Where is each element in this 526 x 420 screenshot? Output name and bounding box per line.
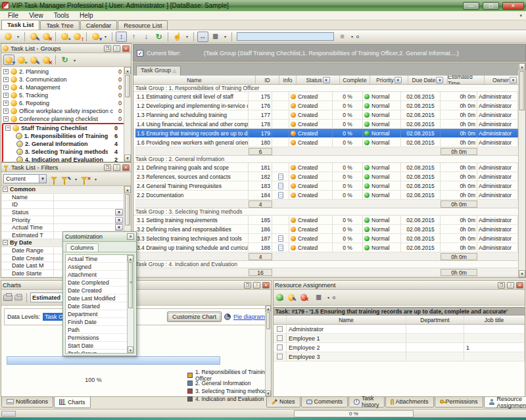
resource-checkbox[interactable] [277, 326, 283, 332]
charts-restore-icon[interactable]: ❐ [244, 282, 251, 289]
field-value[interactable] [54, 224, 115, 231]
expand-icon[interactable]: − [5, 126, 11, 131]
column-list-menu[interactable]: ▾ [222, 32, 228, 41]
task-row[interactable]: 1.4 Using financial, technical and other… [135, 120, 518, 129]
field-value[interactable] [54, 209, 115, 216]
tree-item-10[interactable]: 2. General Information4 [3, 140, 127, 148]
customize-chart-button[interactable]: Customize Chart [167, 312, 222, 322]
filter-field-name[interactable]: Name [1, 194, 131, 202]
expand-rows-icon[interactable]: ↕ [116, 32, 127, 42]
task-row[interactable]: 2.3 References, sources and contacts182C… [135, 172, 518, 181]
customization-close-icon[interactable]: ✕ [127, 233, 134, 240]
resource-column-name[interactable]: Name [287, 315, 406, 324]
filters-restore-icon[interactable]: ❐ [104, 164, 111, 171]
expand-icon[interactable]: + [3, 108, 9, 114]
move-up-icon[interactable]: ↑ [128, 32, 139, 42]
filter-field-status[interactable]: Status▼ [1, 209, 131, 217]
filter-more-menu[interactable]: ▾ [73, 174, 79, 183]
bottom-tab-resource-assignment[interactable]: Resource Assignment [484, 397, 526, 408]
column-option[interactable]: Date Completed [66, 279, 133, 287]
minimize-button[interactable]: — [463, 2, 479, 10]
tab-calendar[interactable]: Calendar [80, 20, 118, 30]
filter-tasks-icon[interactable]: ▾ [90, 32, 101, 42]
column-header-status[interactable]: Status▼ [297, 76, 340, 84]
tree-item-12[interactable]: 4. Indication and Evaluation2 [3, 156, 127, 162]
column-filter-icon[interactable]: ▼ [510, 77, 517, 83]
delete-group-icon[interactable]: ✕ [41, 55, 52, 65]
tree-item-9[interactable]: 1. Responsibilities of Training Of6 [3, 132, 127, 140]
column-header-due-date[interactable]: Due Date▼ [408, 76, 448, 84]
resource-row[interactable]: Employee 21 [274, 343, 525, 352]
column-header-id[interactable]: ID [256, 76, 279, 84]
column-option[interactable]: Attachment [66, 271, 133, 279]
task-row[interactable]: 1.6 Providing new workers with general o… [135, 138, 518, 147]
edit-assignment-icon[interactable]: ✎ [288, 292, 299, 303]
column-option[interactable]: Assigned [66, 263, 133, 271]
filter-field-id[interactable]: ID [1, 201, 131, 209]
resource-more-icon[interactable] [333, 296, 335, 299]
tree-item-6[interactable]: +Office workplace safety inspection chec… [1, 107, 131, 115]
edit-task-icon[interactable]: ✎ [28, 32, 39, 42]
field-dropdown-icon[interactable]: ▼ [115, 209, 123, 216]
move-down-icon[interactable]: ↓ [141, 32, 152, 42]
menu-help[interactable]: Help [74, 12, 99, 19]
filter-preset-select[interactable]: Current ▼ [3, 174, 47, 183]
edit-group-icon[interactable]: ✎ [28, 55, 39, 65]
approve-task-menu[interactable]: ▾ [184, 32, 190, 41]
task-row[interactable]: 1.1 Estimating current skill level of st… [135, 92, 518, 101]
tab-columns[interactable]: Columns [66, 243, 99, 252]
column-option[interactable]: Finish Date [66, 318, 133, 326]
collapse-icon[interactable]: − [3, 240, 8, 245]
task-row[interactable]: 3.1 Setting training requirements185Crea… [135, 216, 518, 225]
field-value[interactable] [54, 201, 131, 208]
task-row[interactable]: 3.3 Selecting training techniques and to… [135, 234, 518, 243]
column-header-info[interactable]: Info [279, 76, 297, 84]
expand-icon[interactable]: + [3, 69, 9, 74]
bottom-tab-comments[interactable]: Comments [301, 397, 348, 408]
resource-column-job-title[interactable]: Job title [464, 315, 525, 324]
refresh-groups-icon[interactable]: ↻ [59, 55, 70, 65]
customization-scrollbar[interactable]: ▲▼ [127, 255, 133, 353]
bottom-tab-notifications[interactable]: Notifications [1, 397, 53, 408]
filters-pin-icon[interactable]: ⊤ [113, 164, 120, 171]
field-value[interactable] [54, 194, 131, 201]
tree-item-4[interactable]: +5. Tracking0 [1, 91, 131, 99]
status-grip[interactable] [1, 411, 16, 417]
column-filter-icon[interactable]: ▼ [436, 77, 443, 83]
charts-scrollbar[interactable]: ▲▼ [265, 306, 271, 396]
autofit-icon[interactable]: ↔ [197, 32, 208, 42]
delete-task-icon[interactable]: ✕ [41, 32, 52, 42]
column-header-estimated-time[interactable]: Estimated Time [448, 76, 485, 84]
tree-item-7[interactable]: +Conference planning checklist0 [1, 115, 131, 123]
groups-restore-icon[interactable]: ❐ [104, 45, 111, 52]
customization-title-bar[interactable]: Customization ✕ [63, 232, 136, 242]
tree-item-11[interactable]: 3. Selecting Training methods4 [3, 148, 127, 156]
sort-menu[interactable]: ▾ [349, 32, 355, 41]
groups-pin-icon[interactable]: ⊤ [113, 45, 120, 52]
more-icon[interactable] [356, 35, 359, 38]
menu-tools[interactable]: Tools [49, 12, 74, 19]
clear-filter-icon[interactable]: ✕ [80, 174, 91, 184]
charts-pin-icon[interactable]: ⊤ [253, 282, 260, 289]
edit-filter-icon[interactable]: ✎ [60, 174, 72, 184]
resource-checkbox[interactable] [277, 344, 283, 350]
resource-list-icon[interactable]: ≣ [313, 292, 324, 303]
charts-close-icon[interactable]: ✕ [262, 282, 270, 289]
task-row[interactable]: 3.2 Defining roles and responsabilities1… [135, 225, 518, 234]
resource-pin-icon[interactable]: ⊤ [507, 282, 514, 289]
task-row[interactable]: 1.5 Ensuring that training records are u… [135, 129, 518, 138]
print-preview-icon[interactable] [14, 294, 22, 300]
resource-close-icon[interactable]: ✕ [516, 282, 523, 289]
field-dropdown-icon[interactable]: ▼ [115, 224, 123, 231]
print-chart-icon[interactable] [3, 294, 12, 301]
tab-task-list[interactable]: Task List [1, 20, 39, 30]
resource-column-department[interactable]: Department [406, 315, 464, 324]
quick-search-input[interactable] [237, 32, 334, 41]
column-option[interactable]: Task Group [66, 350, 133, 354]
task-row[interactable]: 3.4 Drawing up training schedule and cur… [135, 243, 518, 252]
refresh-icon[interactable]: ↻ [153, 32, 164, 42]
column-filter-icon[interactable]: ▼ [394, 77, 402, 83]
resource-row[interactable]: Employee 1 [274, 334, 525, 343]
field-value[interactable] [54, 216, 115, 223]
filter-section-common[interactable]: −Common [1, 186, 131, 194]
